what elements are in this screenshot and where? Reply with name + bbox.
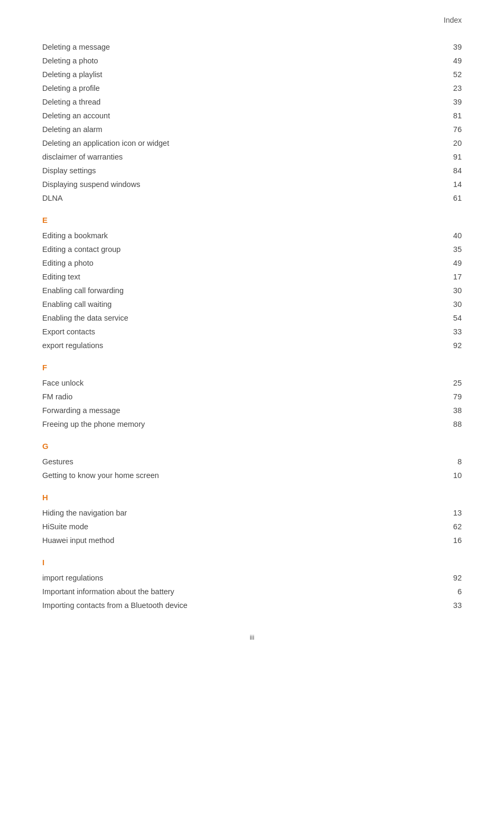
index-entry: Gestures8 xyxy=(42,455,462,469)
header-title: Index xyxy=(444,16,462,24)
entry-text: Forwarding a message xyxy=(42,406,120,415)
entry-text: Deleting a playlist xyxy=(42,70,102,79)
entry-page: 76 xyxy=(446,125,462,134)
entry-text: Face unlock xyxy=(42,379,83,387)
entry-page: 39 xyxy=(446,98,462,106)
entry-text: Deleting an application icon or widget xyxy=(42,139,169,147)
entry-page: 49 xyxy=(446,57,462,65)
entry-page: 38 xyxy=(446,406,462,415)
entry-text: Gestures xyxy=(42,457,73,466)
entry-page: 33 xyxy=(446,327,462,336)
section-letter-e: E xyxy=(42,216,462,224)
entry-page: 61 xyxy=(446,194,462,202)
index-section: FFace unlock25FM radio79Forwarding a mes… xyxy=(42,363,462,431)
entry-page: 17 xyxy=(446,273,462,281)
entry-page: 20 xyxy=(446,139,462,147)
section-letter-h: H xyxy=(42,493,462,502)
entry-text: Deleting a profile xyxy=(42,84,100,92)
entry-text: Freeing up the phone memory xyxy=(42,420,145,428)
entry-text: import regulations xyxy=(42,574,103,582)
entry-text: Deleting a message xyxy=(42,43,110,51)
index-content: Deleting a message39Deleting a photo49De… xyxy=(42,40,462,612)
index-entry: Display settings84 xyxy=(42,164,462,177)
entry-page: 88 xyxy=(446,420,462,428)
index-entry: disclaimer of warranties91 xyxy=(42,150,462,164)
index-entry: Editing a bookmark40 xyxy=(42,229,462,242)
entry-page: 52 xyxy=(446,70,462,79)
entry-page: 92 xyxy=(446,341,462,350)
index-entry: Enabling call forwarding30 xyxy=(42,284,462,297)
page-number: iii xyxy=(250,633,255,641)
entry-page: 49 xyxy=(446,259,462,267)
entry-page: 81 xyxy=(446,111,462,120)
index-entry: Forwarding a message38 xyxy=(42,404,462,417)
entry-page: 30 xyxy=(446,300,462,308)
index-entry: HiSuite mode62 xyxy=(42,520,462,534)
page-footer: iii xyxy=(42,633,462,641)
entry-page: 92 xyxy=(446,574,462,582)
index-entry: import regulations92 xyxy=(42,571,462,585)
index-entry: Deleting a photo49 xyxy=(42,54,462,68)
index-entry: Editing a contact group35 xyxy=(42,242,462,256)
entry-text: Deleting an account xyxy=(42,111,110,120)
entry-text: Editing a bookmark xyxy=(42,231,108,240)
entry-text: Editing a photo xyxy=(42,259,94,267)
index-entry: Importing contacts from a Bluetooth devi… xyxy=(42,598,462,612)
index-entry: Huawei input method16 xyxy=(42,534,462,547)
entry-text: Enabling the data service xyxy=(42,314,128,322)
index-entry: Deleting a thread39 xyxy=(42,95,462,109)
entry-text: HiSuite mode xyxy=(42,522,88,531)
index-section: Iimport regulations92Important informati… xyxy=(42,558,462,612)
index-entry: Hiding the navigation bar13 xyxy=(42,506,462,520)
index-entry: Enabling call waiting30 xyxy=(42,297,462,311)
entry-page: 25 xyxy=(446,379,462,387)
entry-text: Export contacts xyxy=(42,327,95,336)
entry-text: Important information about the battery xyxy=(42,587,174,596)
entry-text: Display settings xyxy=(42,166,96,175)
section-letter-f: F xyxy=(42,363,462,372)
entry-text: disclaimer of warranties xyxy=(42,153,123,161)
index-entry: DLNA61 xyxy=(42,191,462,205)
index-entry: Important information about the battery6 xyxy=(42,585,462,598)
index-entry: Getting to know your home screen10 xyxy=(42,469,462,482)
index-entry: Enabling the data service54 xyxy=(42,311,462,325)
entry-text: Deleting a photo xyxy=(42,57,98,65)
entry-text: Editing a contact group xyxy=(42,245,120,254)
entry-page: 79 xyxy=(446,392,462,401)
index-section: GGestures8Getting to know your home scre… xyxy=(42,442,462,482)
entry-text: Importing contacts from a Bluetooth devi… xyxy=(42,601,188,610)
entry-text: Deleting a thread xyxy=(42,98,100,106)
index-entry: export regulations92 xyxy=(42,339,462,352)
entry-page: 84 xyxy=(446,166,462,175)
index-entry: Deleting an alarm76 xyxy=(42,123,462,136)
entry-text: Enabling call waiting xyxy=(42,300,111,308)
index-entry: Deleting a playlist52 xyxy=(42,68,462,81)
page-header: Index xyxy=(42,16,462,24)
index-entry: Deleting a profile23 xyxy=(42,81,462,95)
section-letter-i: I xyxy=(42,558,462,567)
index-section: HHiding the navigation bar13HiSuite mode… xyxy=(42,493,462,547)
entry-page: 14 xyxy=(446,180,462,189)
entry-page: 40 xyxy=(446,231,462,240)
entry-text: Huawei input method xyxy=(42,536,114,545)
index-entry: Editing a photo49 xyxy=(42,256,462,270)
index-entry: Deleting an application icon or widget20 xyxy=(42,136,462,150)
entry-text: Enabling call forwarding xyxy=(42,286,124,295)
index-entry: Editing text17 xyxy=(42,270,462,284)
entry-text: Hiding the navigation bar xyxy=(42,509,127,517)
index-entry: Export contacts33 xyxy=(42,325,462,339)
index-section: Deleting a message39Deleting a photo49De… xyxy=(42,40,462,205)
entry-text: Deleting an alarm xyxy=(42,125,102,134)
entry-page: 6 xyxy=(446,587,462,596)
entry-text: Editing text xyxy=(42,273,80,281)
index-entry: Freeing up the phone memory88 xyxy=(42,417,462,431)
entry-page: 13 xyxy=(446,509,462,517)
index-entry: Deleting an account81 xyxy=(42,109,462,123)
index-entry: Face unlock25 xyxy=(42,376,462,390)
entry-page: 62 xyxy=(446,522,462,531)
entry-text: Getting to know your home screen xyxy=(42,471,159,480)
entry-page: 23 xyxy=(446,84,462,92)
entry-text: export regulations xyxy=(42,341,103,350)
index-entry: Displaying suspend windows14 xyxy=(42,177,462,191)
entry-text: Displaying suspend windows xyxy=(42,180,140,189)
